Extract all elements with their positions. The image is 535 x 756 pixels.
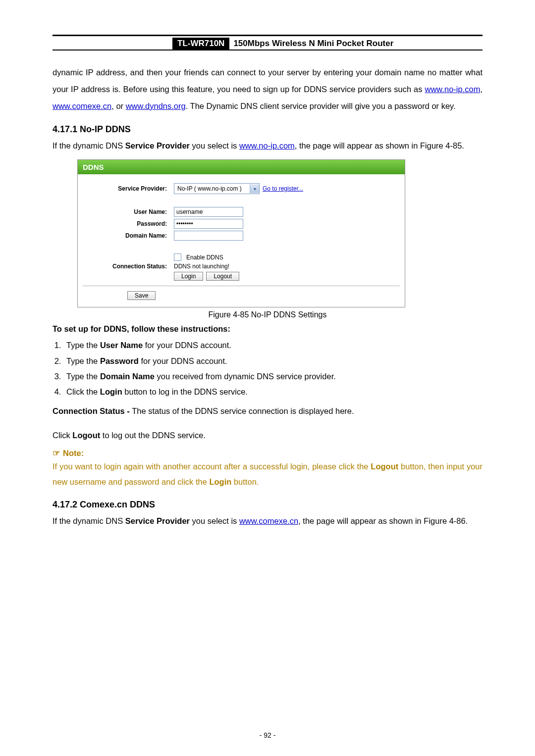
login-button[interactable]: Login — [174, 272, 203, 281]
connection-status-para: Connection Status - The status of the DD… — [53, 403, 482, 419]
figure-caption: Figure 4-85 No-IP DDNS Settings — [53, 310, 482, 319]
instructions-heading: To set up for DDNS, follow these instruc… — [53, 324, 482, 334]
model-description: 150Mbps Wireless N Mini Pocket Router — [229, 38, 397, 50]
go-to-register-link[interactable]: Go to register... — [263, 185, 303, 192]
save-button[interactable]: Save — [127, 291, 156, 300]
link-comexe[interactable]: www.comexe.cn — [53, 101, 111, 110]
chevron-down-icon: ▾ — [250, 184, 259, 193]
logout-button[interactable]: Logout — [206, 272, 239, 281]
list-item: Click the Login button to log in the DDN… — [63, 384, 482, 400]
link-no-ip[interactable]: www.no-ip.com — [425, 85, 481, 94]
note-heading: ☞Note: — [53, 449, 482, 458]
label-connection-status: Connection Status: — [83, 263, 174, 270]
link-dyndns[interactable]: www.dyndns.org — [126, 101, 186, 110]
user-name-input[interactable] — [174, 207, 243, 217]
intro-paragraph: dynamic IP address, and then your friend… — [53, 64, 482, 114]
page-number: - 92 - — [0, 731, 535, 739]
label-password: Password: — [83, 220, 174, 227]
domain-name-input[interactable] — [174, 231, 243, 241]
section1-intro: If the dynamic DNS Service Provider you … — [53, 138, 482, 154]
list-item: Type the Domain Name you received from d… — [63, 369, 482, 384]
logout-para: Click Logout to log out the DDNS service… — [53, 427, 482, 444]
list-item: Type the User Name for your DDNS account… — [63, 338, 482, 353]
note-body: If you want to login again with another … — [53, 459, 482, 490]
label-domain-name: Domain Name: — [83, 232, 174, 239]
page-header: TL-WR710N 150Mbps Wireless N Mini Pocket… — [53, 38, 482, 50]
intro-text: dynamic IP address, and then your friend… — [53, 68, 482, 94]
section-heading-noip: 4.17.1 No-IP DDNS — [53, 124, 482, 135]
figure-ddns-settings: DDNS Service Provider: No-IP ( www.no-ip… — [77, 159, 405, 307]
enable-ddns-label: Enable DDNS — [186, 254, 223, 261]
connection-status-text: DDNS not launching! — [174, 263, 229, 270]
link-no-ip-2[interactable]: www.no-ip.com — [239, 141, 295, 150]
enable-ddns-checkbox[interactable] — [174, 253, 181, 261]
select-value: No-IP ( www.no-ip.com ) — [174, 185, 250, 193]
pointing-hand-icon: ☞ — [53, 449, 60, 457]
label-service-provider: Service Provider: — [83, 185, 174, 192]
divider — [83, 286, 400, 286]
model-number: TL-WR710N — [172, 38, 229, 50]
service-provider-select[interactable]: No-IP ( www.no-ip.com ) ▾ — [174, 183, 260, 194]
section2-intro: If the dynamic DNS Service Provider you … — [53, 513, 482, 530]
label-user-name: User Name: — [83, 208, 174, 215]
list-item: Type the Password for your DDNS account. — [63, 353, 482, 369]
figure-title: DDNS — [78, 160, 405, 174]
instructions-list: Type the User Name for your DDNS account… — [63, 338, 482, 400]
link-comexe-2[interactable]: www.comexe.cn — [239, 516, 298, 525]
section-heading-comexe: 4.17.2 Comexe.cn DDNS — [53, 500, 482, 510]
password-input[interactable] — [174, 219, 243, 229]
